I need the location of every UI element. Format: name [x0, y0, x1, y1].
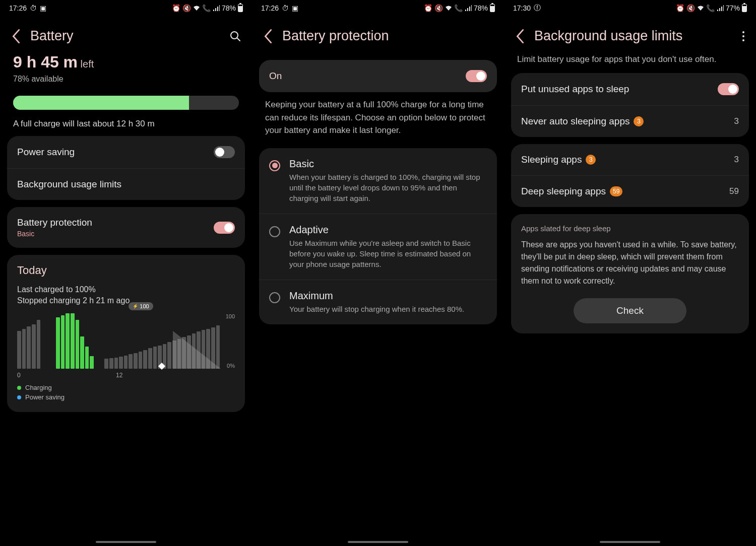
home-indicator[interactable] [600, 541, 660, 543]
back-icon[interactable] [11, 29, 21, 43]
search-icon[interactable] [230, 31, 241, 42]
available-text: 78% available [13, 75, 239, 84]
legend-charging: Charging [25, 384, 52, 391]
picture-icon: ▣ [292, 4, 298, 12]
row-deep[interactable]: Deep sleeping apps 59 59 [511, 175, 749, 207]
time-left: 9 h 45 m left [13, 53, 239, 72]
xaxis-0: 0 [17, 372, 21, 379]
alarm2-icon: ⏰ [172, 4, 180, 12]
put-sleep-toggle[interactable] [718, 83, 739, 95]
back-icon[interactable] [263, 29, 273, 43]
call-icon: 📞 [202, 4, 211, 12]
page-title: Background usage limits [534, 28, 733, 44]
radio-basic[interactable] [269, 160, 280, 171]
xaxis-12: 12 [116, 372, 122, 379]
screen-bg-limits: 17:30 ⓕ ⏰ 🔇 📞 77% Background usage limit… [504, 0, 756, 546]
put-sleep-label: Put unused apps to sleep [521, 84, 629, 95]
facebook-icon: ⓕ [534, 4, 541, 13]
maximum-title: Maximum [289, 290, 464, 302]
row-never-auto[interactable]: Never auto sleeping apps 3 3 [511, 105, 749, 137]
power-saving-toggle[interactable] [214, 146, 235, 158]
alarm-icon: ⏱ [30, 4, 37, 12]
row-power-saving[interactable]: Power saving [7, 136, 245, 168]
sleeping-label: Sleeping apps [521, 154, 582, 165]
screen-battery-protection: 17:26 ⏱ ▣ ⏰ 🔇 📞 78% Battery protection O… [252, 0, 504, 546]
mute-icon: 🔇 [182, 4, 191, 12]
full-charge-text: A full charge will last about 12 h 30 m [13, 119, 239, 129]
basic-title: Basic [289, 158, 487, 170]
sleeping-count: 3 [734, 155, 739, 165]
row-put-sleep[interactable]: Put unused apps to sleep [511, 73, 749, 105]
page-subtitle: Limit battery usage for apps that you do… [506, 53, 754, 66]
alarm-icon: ⏱ [282, 4, 289, 12]
battery-icon [490, 4, 495, 12]
chart-legend: Charging Power saving [17, 384, 235, 401]
radio-adaptive[interactable] [269, 226, 280, 237]
dot-powersaving-icon [17, 395, 21, 399]
settings-card-2: Battery protection Basic [7, 207, 245, 248]
home-indicator[interactable] [348, 541, 408, 543]
on-label: On [269, 71, 282, 82]
on-card: On [259, 60, 497, 92]
svg-line-1 [237, 38, 240, 41]
option-basic[interactable]: Basic When your battery is charged to 10… [259, 148, 497, 214]
row-battery-protection[interactable]: Battery protection Basic [7, 207, 245, 248]
status-battery-text: 78% [222, 4, 236, 12]
page-title: Battery [30, 28, 221, 44]
screen-battery: 17:26 ⏱ ▣ ⏰ 🔇 📞 78% Battery 9 h [0, 0, 252, 546]
status-time: 17:26 [261, 4, 279, 12]
back-icon[interactable] [515, 29, 525, 43]
status-battery-text: 77% [726, 4, 740, 12]
time-left-suffix: left [78, 58, 94, 70]
never-auto-badge: 3 [634, 116, 644, 126]
on-toggle[interactable] [466, 70, 487, 82]
time-left-value: 9 h 45 m [13, 53, 78, 71]
header: Battery protection [254, 16, 502, 53]
home-indicator[interactable] [96, 541, 156, 543]
battery-protection-label: Battery protection [17, 217, 92, 228]
limits-card-1: Put unused apps to sleep Never auto slee… [511, 73, 749, 137]
never-auto-label: Never auto sleeping apps [521, 116, 629, 127]
signal-icon [213, 5, 220, 11]
today-card[interactable]: Today Last charged to 100% Stopped charg… [7, 255, 245, 412]
check-button[interactable]: Check [574, 298, 687, 323]
sleeping-badge: 3 [586, 155, 596, 165]
battery-protection-sub: Basic [17, 230, 92, 238]
adaptive-desc: Use Maximum while you're asleep and swit… [289, 238, 487, 269]
options-card: Basic When your battery is charged to 10… [259, 148, 497, 324]
header: Background usage limits [506, 16, 754, 53]
basic-desc: When your battery is charged to 100%, ch… [289, 172, 487, 203]
info-desc: These are apps you haven't used in a whi… [521, 239, 739, 287]
bg-limits-label: Background usage limits [17, 179, 121, 190]
legend-powersaving: Power saving [25, 393, 65, 401]
deep-sleep-info-card: Apps slated for deep sleep These are app… [511, 214, 749, 333]
today-line1: Last charged to 100% [17, 285, 235, 294]
row-sleeping[interactable]: Sleeping apps 3 3 [511, 144, 749, 175]
row-bg-limits[interactable]: Background usage limits [7, 168, 245, 200]
never-auto-count: 3 [734, 116, 739, 126]
header: Battery [2, 16, 250, 53]
today-line2: Stopped charging 2 h 21 m ago [17, 296, 235, 305]
alarm2-icon: ⏰ [424, 4, 432, 12]
option-maximum[interactable]: Maximum Your battery will stop charging … [259, 280, 497, 324]
battery-icon [238, 4, 243, 12]
maximum-desc: Your battery will stop charging when it … [289, 304, 464, 314]
mute-icon: 🔇 [686, 4, 695, 12]
deep-badge: 59 [610, 186, 622, 196]
more-icon[interactable] [742, 31, 745, 42]
wifi-icon [193, 5, 200, 11]
call-icon: 📞 [454, 4, 463, 12]
svg-point-4 [742, 39, 744, 41]
radio-maximum[interactable] [269, 292, 280, 303]
limits-card-2: Sleeping apps 3 3 Deep sleeping apps 59 … [511, 144, 749, 207]
status-bar: 17:30 ⓕ ⏰ 🔇 📞 77% [506, 0, 754, 16]
row-on[interactable]: On [259, 60, 497, 92]
battery-protection-toggle[interactable] [214, 222, 235, 234]
option-adaptive[interactable]: Adaptive Use Maximum while you're asleep… [259, 214, 497, 280]
svg-point-3 [742, 35, 744, 37]
signal-icon [717, 5, 724, 11]
adaptive-title: Adaptive [289, 224, 487, 236]
settings-card-1: Power saving Background usage limits [7, 136, 245, 200]
status-time: 17:30 [513, 4, 531, 12]
svg-point-2 [742, 31, 744, 33]
